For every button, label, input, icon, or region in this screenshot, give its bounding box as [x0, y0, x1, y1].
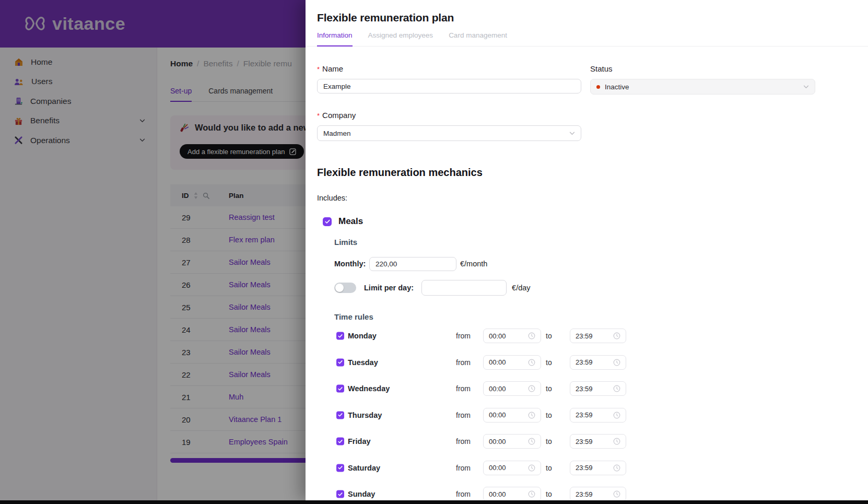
monday-to-time-input[interactable]: 23:59 [570, 329, 626, 343]
daily-limit-label: Limit per day: [364, 284, 414, 292]
meals-checkbox[interactable] [323, 217, 332, 226]
from-time-value: 00:00 [489, 358, 506, 366]
status-value: Inactive [605, 83, 629, 91]
from-label: from [456, 490, 471, 498]
monthly-limit-row: Monthly: €/month [334, 256, 815, 271]
modal-dim-overlay[interactable] [0, 0, 306, 504]
mechanics-heading: Flexible remuneration mechanics [317, 167, 815, 179]
flexible-remuneration-plan-drawer: Flexible remuneration plan InformationAs… [306, 0, 868, 500]
clock-icon [613, 332, 620, 339]
bottom-window-edge [0, 500, 868, 504]
clock-icon [528, 464, 535, 472]
to-label: to [546, 332, 552, 340]
clock-icon [528, 412, 535, 419]
friday-checkbox[interactable] [336, 438, 344, 446]
daily-limit-row: Limit per day: €/day [334, 280, 815, 296]
drawer-tab-assigned-employees[interactable]: Assigned employees [368, 31, 433, 46]
time-rule-row-monday: Monday from 00:00 to 23:59 [334, 329, 815, 343]
sunday-to-time-input[interactable]: 23:59 [570, 487, 626, 500]
day-label: Tuesday [348, 358, 378, 367]
time-rule-row-wednesday: Wednesday from 00:00 to 23:59 [334, 381, 815, 396]
from-label: from [456, 411, 471, 419]
friday-to-time-input[interactable]: 23:59 [570, 434, 626, 449]
meals-label: Meals [338, 216, 363, 227]
to-time-value: 23:59 [576, 358, 593, 366]
day-label: Wednesday [348, 384, 390, 393]
time-rule-row-sunday: Sunday from 00:00 to 23:59 [334, 487, 815, 500]
clock-icon [613, 412, 620, 419]
daily-unit: €/day [512, 284, 530, 292]
monday-checkbox[interactable] [336, 332, 344, 340]
monday-from-time-input[interactable]: 00:00 [483, 329, 541, 343]
saturday-checkbox[interactable] [336, 464, 344, 472]
day-label: Friday [348, 437, 371, 446]
status-select[interactable]: Inactive [590, 79, 815, 95]
from-label: from [456, 358, 471, 367]
clock-icon [613, 490, 620, 498]
time-rule-row-tuesday: Tuesday from 00:00 to 23:59 [334, 355, 815, 370]
daily-limit-toggle[interactable] [334, 283, 356, 293]
from-time-value: 00:00 [489, 332, 506, 340]
monthly-limit-input[interactable] [369, 257, 456, 271]
to-label: to [546, 411, 552, 419]
required-asterisk: * [317, 67, 320, 72]
saturday-to-time-input[interactable]: 23:59 [570, 461, 626, 475]
company-value: Madmen [323, 130, 351, 137]
to-time-value: 23:59 [576, 438, 593, 446]
tuesday-checkbox[interactable] [336, 358, 344, 366]
day-label: Thursday [348, 411, 382, 419]
clock-icon [528, 438, 535, 445]
clock-icon [528, 359, 535, 366]
chevron-down-icon [803, 85, 809, 89]
wednesday-from-time-input[interactable]: 00:00 [483, 381, 541, 396]
time-rules-heading: Time rules [334, 312, 815, 321]
to-label: to [546, 464, 552, 472]
company-label: * Company [317, 109, 581, 121]
drawer-tabs: InformationAssigned employeesCard manage… [306, 31, 868, 46]
from-time-value: 00:00 [489, 411, 506, 419]
tuesday-to-time-input[interactable]: 23:59 [570, 355, 626, 370]
meals-row: Meals [317, 216, 815, 227]
clock-icon [613, 438, 620, 445]
from-label: from [456, 384, 471, 393]
clock-icon [613, 385, 620, 392]
thursday-from-time-input[interactable]: 00:00 [483, 408, 541, 423]
time-rules-days: Monday from 00:00 to 23:59 Tuesday from … [334, 329, 815, 500]
company-select[interactable]: Madmen [317, 125, 581, 141]
daily-limit-input[interactable] [421, 280, 507, 296]
thursday-checkbox[interactable] [336, 411, 344, 419]
to-label: to [546, 384, 552, 393]
saturday-from-time-input[interactable]: 00:00 [483, 461, 541, 475]
to-time-value: 23:59 [576, 385, 593, 393]
from-label: from [456, 464, 471, 472]
drawer-tab-card-management[interactable]: Card management [449, 31, 507, 46]
clock-icon [613, 359, 620, 366]
from-time-value: 00:00 [489, 438, 506, 446]
to-label: to [546, 437, 552, 446]
drawer-title: Flexible remuneration plan [317, 11, 815, 24]
tuesday-from-time-input[interactable]: 00:00 [483, 355, 541, 370]
to-label: to [546, 490, 552, 498]
wednesday-checkbox[interactable] [336, 385, 344, 393]
sunday-from-time-input[interactable]: 00:00 [483, 487, 541, 500]
plan-form: * Name Status Inactive * Comp [317, 63, 815, 141]
toggle-knob [335, 284, 344, 292]
name-label: * Name [317, 63, 581, 74]
day-label: Monday [348, 332, 377, 340]
day-label: Sunday [348, 490, 375, 498]
wednesday-to-time-input[interactable]: 23:59 [570, 381, 626, 396]
sunday-checkbox[interactable] [336, 490, 344, 498]
friday-from-time-input[interactable]: 00:00 [483, 434, 541, 449]
clock-icon [528, 385, 535, 392]
limits-heading: Limits [334, 238, 815, 247]
drawer-tab-information[interactable]: Information [317, 31, 353, 46]
name-input[interactable] [317, 79, 581, 93]
time-rule-row-thursday: Thursday from 00:00 to 23:59 [334, 408, 815, 423]
thursday-to-time-input[interactable]: 23:59 [570, 408, 626, 423]
clock-icon [528, 332, 535, 339]
to-time-value: 23:59 [576, 464, 593, 472]
status-label: Status [590, 63, 815, 74]
to-time-value: 23:59 [576, 332, 593, 340]
chevron-down-icon [569, 132, 575, 135]
from-label: from [456, 332, 471, 340]
